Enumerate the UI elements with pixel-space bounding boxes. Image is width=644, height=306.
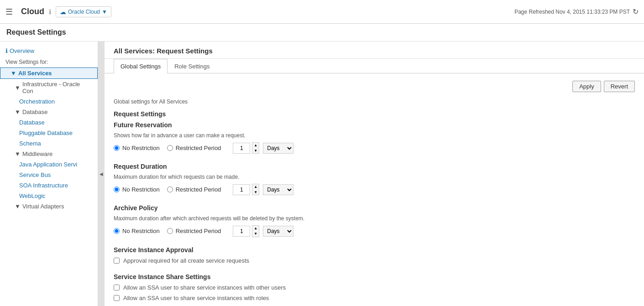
refresh-icon[interactable]: ↻: [633, 7, 639, 16]
future-reservation-no-restriction[interactable]: No Restriction: [114, 145, 160, 151]
archive-policy-section: Archive Policy Maximum duration after wh…: [114, 204, 635, 237]
apply-button[interactable]: Apply: [572, 81, 601, 92]
approval-checkbox[interactable]: [114, 258, 120, 264]
archive-policy-no-restriction[interactable]: No Restriction: [114, 228, 160, 234]
request-duration-restricted[interactable]: Restricted Period: [167, 186, 221, 193]
archive-policy-spinner-btns: ▲ ▼: [252, 225, 259, 237]
request-duration-radio-no[interactable]: [114, 187, 120, 192]
sidebar-item-overview[interactable]: ℹ Overview: [0, 45, 98, 57]
triangle-down-icon: ▼: [15, 109, 21, 115]
sidebar-item-database-group[interactable]: ▼ Database: [0, 107, 98, 117]
tab-role-settings[interactable]: Role Settings: [168, 59, 216, 73]
archive-policy-value[interactable]: [233, 226, 250, 237]
service-instance-approval-title: Service Instance Approval: [114, 246, 635, 254]
future-reservation-unit-select[interactable]: Days Hours Weeks: [263, 143, 293, 154]
tab-global-settings[interactable]: Global Settings: [114, 59, 168, 73]
request-duration-down[interactable]: ▼: [252, 190, 259, 195]
request-settings-title: Request Settings: [114, 110, 635, 118]
revert-button[interactable]: Revert: [604, 81, 635, 92]
sidebar-label: Infrastructure - Oracle Con: [22, 81, 92, 94]
approval-checkbox-row: Approval required for all create service…: [114, 257, 635, 264]
share-roles-checkbox-row: Allow an SSA user to share service insta…: [114, 295, 635, 301]
sidebar-collapse-arrow[interactable]: ◀: [98, 41, 105, 306]
page-title: Request Settings: [0, 24, 644, 41]
future-reservation-no-label: No Restriction: [122, 145, 160, 151]
main-layout: ℹ Overview View Settings for: ▼ All Serv…: [0, 41, 644, 306]
triangle-down-icon: ▼: [15, 150, 21, 157]
future-reservation-value[interactable]: 1: [233, 143, 250, 154]
future-reservation-desc: Shows how far in advance a user can make…: [114, 132, 635, 139]
topbar-left: ☰ Cloud ℹ ☁ Oracle Cloud ▼: [5, 6, 111, 17]
request-duration-no-restriction[interactable]: No Restriction: [114, 186, 160, 193]
oracle-cloud-selector[interactable]: ☁ Oracle Cloud ▼: [56, 6, 111, 17]
request-duration-radio-restricted[interactable]: [167, 187, 173, 192]
sidebar-item-pluggable-database[interactable]: Pluggable Database: [0, 128, 98, 138]
sidebar-label: Virtual Adapters: [22, 203, 64, 210]
view-settings-label: View Settings for:: [0, 57, 98, 67]
overview-info-icon: ℹ: [5, 47, 8, 54]
sidebar-item-middleware-group[interactable]: ▼ Middleware: [0, 149, 98, 159]
archive-policy-down[interactable]: ▼: [252, 231, 259, 237]
archive-policy-unit-select[interactable]: Days Hours Weeks: [263, 226, 293, 237]
request-duration-no-label: No Restriction: [122, 186, 160, 193]
content-area: All Services: Request Settings Global Se…: [105, 41, 644, 306]
sidebar-overview-label: Overview: [10, 47, 34, 54]
sidebar-item-virtual-adapters[interactable]: ▼ Virtual Adapters: [0, 201, 98, 212]
sidebar-item-java-app[interactable]: Java Application Servi: [0, 159, 98, 170]
future-reservation-restricted-label: Restricted Period: [176, 145, 221, 151]
request-duration-restricted-label: Restricted Period: [176, 186, 221, 193]
sidebar-item-orchestration[interactable]: Orchestration: [0, 96, 98, 107]
info-icon: ℹ: [49, 8, 51, 16]
archive-policy-no-label: No Restriction: [122, 228, 160, 234]
request-duration-spinner: ▲ ▼ Days Hours Weeks: [233, 184, 293, 195]
sidebar-label: Schema: [19, 140, 41, 147]
sidebar-item-service-bus[interactable]: Service Bus: [0, 170, 98, 180]
hamburger-icon[interactable]: ☰: [5, 7, 13, 17]
sidebar-label: Orchestration: [19, 98, 55, 105]
request-duration-unit-select[interactable]: Days Hours Weeks: [263, 184, 293, 195]
sidebar-item-weblogic[interactable]: WebLogic: [0, 191, 98, 201]
share-roles-label: Allow an SSA user to share service insta…: [123, 295, 269, 301]
request-duration-value[interactable]: [233, 184, 250, 195]
share-users-label: Allow an SSA user to share service insta…: [123, 284, 286, 291]
archive-policy-restricted[interactable]: Restricted Period: [167, 228, 221, 234]
future-reservation-spinner-btns: ▲ ▼: [252, 142, 259, 154]
sidebar-item-infra-oracle[interactable]: ▼ Infrastructure - Oracle Con: [0, 79, 98, 96]
sidebar-item-all-services[interactable]: ▼ All Services: [0, 67, 98, 79]
sidebar-item-soa[interactable]: SOA Infrastructure: [0, 180, 98, 191]
oracle-cloud-label: Oracle Cloud: [68, 9, 100, 15]
archive-policy-up[interactable]: ▲: [252, 226, 259, 231]
request-duration-spinner-btns: ▲ ▼: [252, 184, 259, 195]
request-duration-section: Request Duration Maximum duration for wh…: [114, 163, 635, 195]
sidebar-item-database[interactable]: Database: [0, 117, 98, 128]
topbar-right: Page Refreshed Nov 4, 2015 11:33:23 PM P…: [514, 7, 639, 16]
archive-policy-title: Archive Policy: [114, 204, 635, 212]
global-settings-label: Global settings for All Services: [114, 99, 635, 105]
archive-policy-radio-restricted[interactable]: [167, 228, 173, 234]
tabs-bar: Global Settings Role Settings: [105, 59, 644, 73]
cloud-title: Cloud: [21, 7, 44, 16]
archive-policy-desc: Maximum duration after which archived re…: [114, 215, 635, 222]
archive-policy-spinner: ▲ ▼ Days Hours Weeks: [233, 225, 293, 237]
request-duration-desc: Maximum duration for which requests can …: [114, 174, 635, 180]
request-duration-up[interactable]: ▲: [252, 184, 259, 190]
settings-content: Apply Revert Global settings for All Ser…: [105, 73, 644, 306]
archive-policy-radio-no[interactable]: [114, 228, 120, 234]
future-reservation-radio-restricted[interactable]: [167, 145, 173, 151]
future-reservation-down[interactable]: ▼: [252, 148, 259, 154]
future-reservation-up[interactable]: ▲: [252, 143, 259, 148]
share-users-checkbox[interactable]: [114, 285, 120, 290]
sidebar-item-schema[interactable]: Schema: [0, 138, 98, 149]
future-reservation-radio-no[interactable]: [114, 145, 120, 151]
sidebar: ℹ Overview View Settings for: ▼ All Serv…: [0, 41, 98, 306]
approval-checkbox-label: Approval required for all create service…: [123, 257, 249, 264]
archive-policy-restricted-label: Restricted Period: [176, 228, 221, 234]
triangle-down-icon: ▼: [15, 84, 21, 91]
sidebar-label: Service Bus: [19, 171, 51, 178]
share-roles-checkbox[interactable]: [114, 295, 120, 301]
sidebar-label: SOA Infrastructure: [19, 182, 68, 189]
service-instance-approval-section: Service Instance Approval Approval requi…: [114, 246, 635, 264]
future-reservation-restricted[interactable]: Restricted Period: [167, 145, 221, 151]
triangle-down-icon: ▼: [15, 203, 21, 210]
future-reservation-spinner: 1 ▲ ▼ Days Hours Weeks: [233, 142, 293, 154]
